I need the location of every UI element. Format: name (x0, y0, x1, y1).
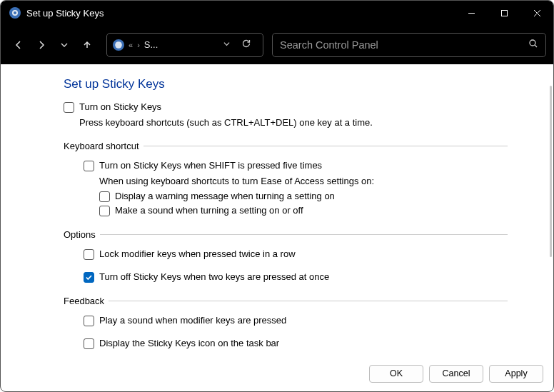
close-button[interactable] (520, 1, 553, 25)
breadcrumb[interactable]: S... (144, 39, 158, 50)
chevron-right-icon: › (137, 41, 140, 49)
svg-point-1 (14, 11, 16, 14)
up-button[interactable] (76, 34, 98, 56)
shift-five-checkbox[interactable] (84, 161, 94, 171)
feedback-group: Feedback Play a sound when modifier keys… (64, 296, 508, 352)
content-area: Set up Sticky Keys Turn on Sticky Keys P… (1, 64, 553, 361)
control-panel-icon (113, 39, 124, 51)
ease-of-access-description: When using keyboard shortcuts to turn Ea… (99, 176, 508, 186)
turn-off-two-label[interactable]: Turn off Sticky Keys when two keys are p… (99, 271, 329, 282)
turn-on-sticky-keys-row: Turn on Sticky Keys (64, 101, 508, 113)
lock-modifier-checkbox[interactable] (84, 249, 94, 260)
svg-point-7 (530, 40, 535, 46)
turn-on-sticky-keys-label[interactable]: Turn on Sticky Keys (79, 101, 161, 112)
make-sound-checkbox[interactable] (99, 206, 110, 216)
shift-five-row: Turn on Sticky Keys when SHIFT is presse… (84, 160, 508, 171)
svg-line-8 (535, 45, 537, 47)
keyboard-shortcut-group: Keyboard shortcut Turn on Sticky Keys wh… (64, 141, 508, 219)
titlebar: Set up Sticky Keys (1, 1, 553, 25)
feedback-legend: Feedback (64, 296, 109, 306)
app-icon (9, 7, 21, 19)
keyboard-shortcut-legend: Keyboard shortcut (64, 141, 143, 151)
turn-on-description: Press keyboard shortcuts (such as CTRL+A… (79, 117, 508, 128)
address-dropdown[interactable] (220, 41, 233, 49)
address-bar[interactable]: « › S... (106, 33, 263, 57)
turn-off-two-row: Turn off Sticky Keys when two keys are p… (84, 271, 508, 283)
make-sound-label[interactable]: Make a sound when turning a setting on o… (115, 205, 303, 216)
ok-button[interactable]: OK (369, 365, 423, 383)
search-icon[interactable] (528, 39, 538, 51)
scrollbar-thumb[interactable] (550, 86, 552, 257)
turn-off-two-checkbox[interactable] (84, 272, 94, 283)
chevron-left-icon: « (129, 41, 133, 49)
options-group: Options Lock modifier keys when pressed … (64, 229, 508, 286)
display-icon-label[interactable]: Display the Sticky Keys icon on the task… (99, 338, 279, 348)
options-legend: Options (64, 229, 100, 240)
display-warning-label[interactable]: Display a warning message when turning a… (115, 191, 335, 201)
svg-rect-3 (501, 10, 507, 16)
display-icon-row: Display the Sticky Keys icon on the task… (84, 338, 508, 349)
shift-five-label[interactable]: Turn on Sticky Keys when SHIFT is presse… (99, 160, 322, 171)
svg-point-6 (115, 41, 122, 49)
apply-button[interactable]: Apply (489, 365, 543, 383)
maximize-button[interactable] (488, 1, 520, 25)
toolbar: « › S... (1, 25, 553, 64)
play-sound-checkbox[interactable] (84, 316, 94, 326)
lock-modifier-row: Lock modifier keys when pressed twice in… (84, 248, 508, 260)
search-box[interactable] (272, 33, 546, 57)
display-icon-checkbox[interactable] (84, 338, 94, 349)
window: Set up Sticky Keys « › S... Set up St (0, 0, 554, 392)
forward-button[interactable] (31, 34, 52, 56)
window-title: Set up Sticky Keys (26, 8, 104, 19)
play-sound-label[interactable]: Play a sound when modifier keys are pres… (99, 315, 286, 326)
search-input[interactable] (280, 39, 528, 51)
display-warning-row: Display a warning message when turning a… (99, 191, 508, 202)
footer: OK Cancel Apply (1, 361, 553, 391)
turn-on-sticky-keys-checkbox[interactable] (64, 102, 74, 113)
back-button[interactable] (8, 34, 29, 56)
make-sound-row: Make a sound when turning a setting on o… (99, 205, 508, 216)
recent-button[interactable] (54, 34, 75, 56)
refresh-button[interactable] (236, 39, 257, 51)
cancel-button[interactable]: Cancel (429, 365, 483, 383)
display-warning-checkbox[interactable] (99, 191, 110, 202)
page-title: Set up Sticky Keys (64, 77, 508, 91)
lock-modifier-label[interactable]: Lock modifier keys when pressed twice in… (99, 248, 296, 259)
minimize-button[interactable] (455, 1, 488, 25)
play-sound-row: Play a sound when modifier keys are pres… (84, 315, 508, 326)
